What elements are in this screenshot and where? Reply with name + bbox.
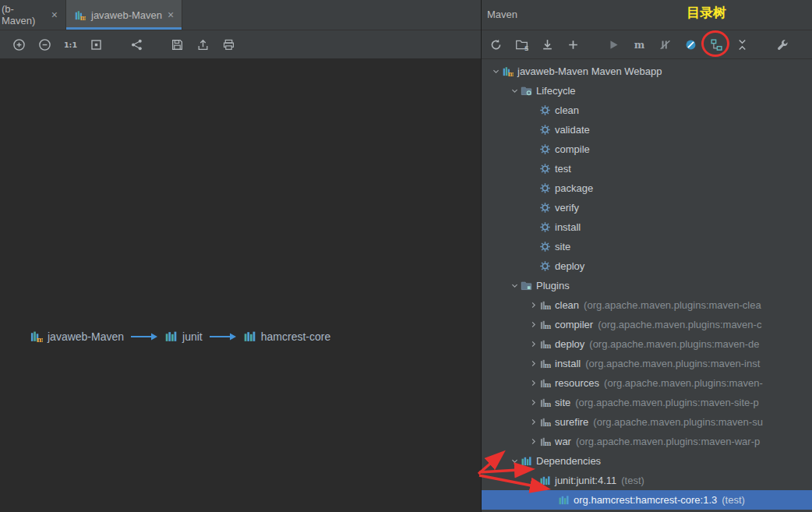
close-icon[interactable]: × — [51, 9, 58, 20]
execute-goal-button[interactable]: m — [630, 35, 648, 54]
tree-row[interactable]: msite(org.apache.maven.plugins:maven-sit… — [482, 393, 812, 412]
tree-label: javaweb-Maven Maven Webapp — [517, 65, 662, 77]
tab-label: javaweb-Maven — [91, 9, 162, 21]
tree-row[interactable]: Lifecycle — [482, 81, 812, 101]
tree-suffix: (org.apache.maven.plugins:maven-site-p — [575, 397, 759, 408]
tree-row[interactable]: mdeploy(org.apache.maven.plugins:maven-d… — [482, 334, 812, 354]
tree-row[interactable]: test — [482, 159, 812, 178]
chevron-right-icon[interactable] — [527, 340, 539, 348]
chevron-right-icon[interactable] — [527, 398, 539, 407]
tree-row[interactable]: org.hamcrest:hamcrest-core:1.3(test) — [482, 490, 812, 510]
collapse-all-button[interactable] — [733, 35, 751, 54]
tree-row[interactable]: junit:junit:4.11(test) — [482, 471, 812, 490]
tree-label: verify — [555, 202, 579, 214]
tree-row[interactable]: mjavaweb-Maven Maven Webapp — [482, 62, 812, 81]
tree-label: site — [555, 241, 570, 252]
panel-title: Maven — [487, 9, 517, 20]
chevron-down-icon[interactable] — [508, 281, 521, 290]
tree-label: surefire — [555, 416, 588, 428]
print-button[interactable] — [219, 35, 238, 54]
tree-row[interactable]: site — [482, 237, 812, 256]
tree-row[interactable]: validate — [482, 120, 812, 139]
fit-content-button[interactable] — [86, 35, 105, 54]
tree-row[interactable]: minstall(org.apache.maven.plugins:maven-… — [482, 354, 812, 373]
dependencies-icon — [521, 455, 535, 467]
tree-label: war — [555, 436, 571, 447]
tab-label: (b-Maven) — [2, 3, 46, 26]
tree-row[interactable]: Plugins — [482, 276, 812, 295]
library-icon — [539, 475, 553, 486]
tree-label: clean — [555, 299, 579, 311]
settings-button[interactable] — [773, 35, 792, 54]
goal-icon — [539, 143, 553, 155]
chevron-right-icon[interactable] — [527, 359, 539, 368]
svg-text:m: m — [544, 323, 551, 330]
export-button[interactable] — [193, 35, 212, 54]
ide-window: (b-Maven) × m javaweb-Maven × 1:1 m java… — [0, 0, 812, 512]
tree-suffix: (org.apache.maven.plugins:maven-inst — [585, 358, 760, 369]
layout-button[interactable] — [127, 35, 146, 54]
plugin-icon: m — [539, 416, 553, 428]
tree-row[interactable]: verify — [482, 198, 812, 217]
dependency-arrow-icon — [209, 332, 237, 341]
skip-tests-button[interactable] — [655, 35, 674, 54]
tree-row[interactable]: mwar(org.apache.maven.plugins:maven-war-… — [482, 432, 812, 451]
actual-size-button[interactable]: 1:1 — [61, 35, 79, 54]
tree-suffix: (org.apache.maven.plugins:maven-war-p — [576, 436, 760, 447]
chevron-right-icon[interactable] — [527, 418, 539, 426]
chevron-right-icon[interactable] — [527, 379, 539, 387]
tree-label: junit:junit:4.11 — [555, 475, 616, 486]
tree-label: resources — [555, 377, 599, 389]
show-dependencies-button[interactable] — [707, 35, 726, 54]
goal-icon — [539, 104, 553, 116]
tree-row[interactable]: mclean(org.apache.maven.plugins:maven-cl… — [482, 295, 812, 315]
tree-label: install — [555, 221, 581, 233]
maven-file-icon: m — [74, 9, 86, 21]
tree-row[interactable]: compile — [482, 139, 812, 159]
reimport-button[interactable] — [486, 35, 505, 54]
tree-label: test — [555, 163, 571, 175]
chevron-right-icon[interactable] — [527, 437, 539, 446]
tab-javaweb-maven[interactable]: m javaweb-Maven × — [66, 0, 182, 30]
tree-row[interactable]: Dependencies — [482, 451, 812, 471]
tree-row[interactable]: deploy — [482, 256, 812, 276]
chevron-down-icon[interactable] — [508, 457, 521, 465]
chevron-down-icon[interactable] — [508, 87, 521, 95]
diagram-node-junit[interactable]: junit — [164, 330, 203, 343]
library-icon — [164, 330, 178, 343]
plugin-icon: m — [539, 358, 553, 369]
add-button[interactable] — [563, 35, 582, 54]
chevron-right-icon[interactable] — [527, 320, 539, 329]
chevron-right-icon[interactable] — [527, 301, 539, 309]
chevron-down-icon[interactable] — [489, 67, 502, 76]
goal-icon — [539, 182, 553, 194]
tree-label: Dependencies — [536, 455, 601, 467]
zoom-out-button[interactable] — [35, 35, 54, 54]
node-label: junit — [182, 330, 203, 343]
close-icon[interactable]: × — [168, 9, 174, 20]
save-button[interactable] — [168, 35, 186, 54]
tree-row[interactable]: msurefire(org.apache.maven.plugins:maven… — [482, 412, 812, 432]
tree-row[interactable]: package — [482, 178, 812, 198]
svg-text:m: m — [544, 420, 551, 428]
run-button[interactable] — [604, 35, 623, 54]
tree-row[interactable]: install — [482, 217, 812, 237]
diagram-node-hamcrest-core[interactable]: hamcrest-core — [243, 330, 330, 343]
generate-sources-button[interactable]: S — [512, 35, 531, 54]
tree-row[interactable]: mresources(org.apache.maven.plugins:mave… — [482, 373, 812, 393]
diagram-toolbar: 1:1 — [0, 30, 481, 59]
tree-suffix: (org.apache.maven.plugins:maven- — [604, 377, 763, 389]
tree-row[interactable]: clean — [482, 101, 812, 120]
library-icon — [243, 330, 256, 343]
tree-suffix: (org.apache.maven.plugins:maven-c — [598, 319, 761, 330]
svg-text:S: S — [524, 44, 528, 51]
diagram-node-javaweb-maven[interactable]: m javaweb-Maven — [30, 330, 124, 343]
zoom-in-button[interactable] — [9, 35, 28, 54]
library-icon — [558, 494, 572, 506]
tree-row[interactable]: mcompiler(org.apache.maven.plugins:maven… — [482, 315, 812, 334]
annotation-text: 目录树 — [687, 3, 726, 23]
download-sources-button[interactable] — [538, 35, 556, 54]
offline-mode-button[interactable] — [681, 35, 700, 54]
svg-text:m: m — [634, 39, 644, 51]
tab-javaweb-maven-diagram[interactable]: (b-Maven) × — [0, 0, 66, 30]
